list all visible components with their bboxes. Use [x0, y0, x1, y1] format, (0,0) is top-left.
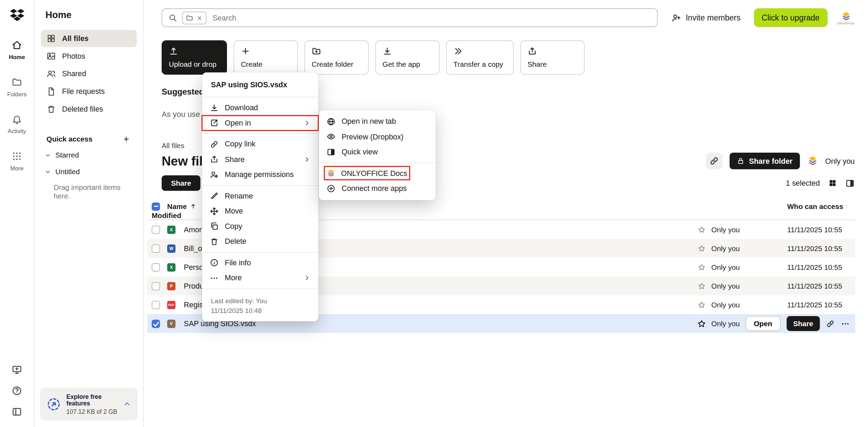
- action-label: Get the app: [382, 60, 420, 69]
- row-checkbox[interactable]: [152, 282, 160, 290]
- row-checkbox[interactable]: [152, 300, 160, 309]
- menu-item-more[interactable]: More: [202, 271, 318, 286]
- sidebar-group-starred[interactable]: Starred: [41, 148, 137, 162]
- onlyoffice-label: ONLYOFFICE: [837, 22, 855, 25]
- group-label: Starred: [55, 151, 79, 159]
- menu-item-manage-permissions[interactable]: Manage permissions: [202, 167, 318, 182]
- search-input[interactable]: [212, 13, 651, 22]
- row-checkbox[interactable]: [152, 263, 160, 271]
- submenu-item-preview-dropbox[interactable]: Preview (Dropbox): [319, 129, 436, 144]
- star-icon[interactable]: [697, 300, 705, 309]
- storage-card[interactable]: Explore free features 107.12 KB of 2 GB: [40, 388, 138, 420]
- row-checkbox[interactable]: [152, 320, 160, 328]
- invite-members-button[interactable]: Invite members: [668, 13, 744, 23]
- menu-item-file-info[interactable]: File info: [202, 255, 318, 271]
- column-header-modified[interactable]: Modified: [152, 211, 167, 219]
- share-selection-button[interactable]: Share: [161, 175, 200, 191]
- share-action-button[interactable]: Share: [520, 40, 585, 75]
- split-view-button[interactable]: [845, 178, 855, 188]
- page-title: New fil: [161, 153, 203, 168]
- menu-item-open-in[interactable]: Open in: [202, 115, 318, 131]
- grid-dots-icon: [11, 151, 22, 161]
- menu-item-copy-link[interactable]: Copy link: [202, 137, 318, 152]
- upload-or-drop-button[interactable]: Upload or drop: [161, 40, 227, 75]
- grid-view-button[interactable]: [828, 179, 837, 187]
- share-folder-button[interactable]: Share folder: [729, 153, 800, 169]
- last-edited-info: Last edited by: You 11/11/2025 10:48: [202, 292, 318, 317]
- trash-icon: [47, 105, 56, 114]
- star-icon[interactable]: [697, 319, 706, 328]
- upload-icon: [169, 47, 178, 56]
- folder-access-label: Only you: [825, 157, 855, 165]
- create-button[interactable]: Create: [234, 40, 298, 75]
- chevron-up-icon[interactable]: [123, 400, 131, 408]
- upgrade-button[interactable]: Click to upgrade: [754, 8, 827, 27]
- sidebar-item-photos[interactable]: Photos: [41, 48, 137, 65]
- chevron-right-icon: [303, 119, 311, 127]
- rail-item-home[interactable]: Home: [0, 40, 34, 61]
- modified-date: 11/11/2025 10:55: [787, 225, 850, 234]
- more-options-button[interactable]: [841, 319, 850, 328]
- transfer-icon: [453, 47, 463, 56]
- star-icon[interactable]: [697, 282, 705, 290]
- menu-item-rename[interactable]: Rename: [202, 188, 318, 204]
- submenu-item-open-in-new-tab[interactable]: Open in new tab: [319, 114, 436, 129]
- action-label: Create: [241, 60, 262, 69]
- sidebar-item-label: Photos: [62, 52, 85, 61]
- select-all-checkbox[interactable]: [152, 202, 160, 210]
- home-icon: [11, 40, 22, 50]
- menu-item-move[interactable]: Move: [202, 203, 318, 219]
- dropbox-app: Home Folders Activity More Home: [0, 0, 868, 427]
- divider: [202, 133, 318, 134]
- topbar: Invite members Click to upgrade ONLYOFFI…: [161, 8, 854, 27]
- dropbox-logo-icon[interactable]: [10, 9, 24, 22]
- copy-folder-link-button[interactable]: [706, 153, 723, 169]
- sidebar-item-label: File requests: [62, 87, 105, 96]
- row-share-button[interactable]: Share: [787, 316, 820, 331]
- star-icon[interactable]: [697, 225, 705, 234]
- menu-item-delete[interactable]: Delete: [202, 234, 318, 249]
- excel-file-icon: X: [167, 263, 175, 271]
- photos-icon: [47, 51, 56, 61]
- menu-item-share[interactable]: Share: [202, 152, 318, 167]
- star-icon[interactable]: [697, 263, 705, 271]
- collapse-panel-icon[interactable]: [11, 406, 22, 417]
- sidebar-item-label: Deleted files: [62, 105, 103, 113]
- modified-date: 11/11/2025 10:55: [787, 263, 850, 271]
- submenu-item-connect-more-apps[interactable]: Connect more apps: [319, 181, 436, 196]
- menu-item-download[interactable]: Download: [202, 100, 318, 115]
- submenu-item-quick-view[interactable]: Quick view: [319, 144, 436, 160]
- sidebar-item-all-files[interactable]: All files: [41, 30, 137, 47]
- sidebar-group-untitled[interactable]: Untitled: [41, 164, 137, 178]
- quick-access-add-button[interactable]: +: [121, 133, 131, 145]
- rail-item-activity[interactable]: Activity: [0, 114, 34, 135]
- get-the-app-button[interactable]: Get the app: [375, 40, 440, 75]
- submenu-item-onlyoffice-docs[interactable]: ONLYOFFICE Docs: [319, 166, 436, 181]
- sidebar-item-shared[interactable]: Shared: [41, 65, 137, 82]
- divider: [202, 288, 318, 289]
- column-header-access[interactable]: Who can access: [787, 202, 850, 210]
- rail-item-folders[interactable]: Folders: [0, 77, 34, 97]
- onlyoffice-extension[interactable]: ONLYOFFICE: [837, 11, 855, 25]
- menu-item-copy[interactable]: Copy: [202, 219, 318, 234]
- bell-icon: [11, 114, 22, 124]
- context-menu-title: SAP using SIOS.vsdx: [202, 76, 318, 94]
- row-checkbox[interactable]: [152, 225, 160, 234]
- star-icon[interactable]: [697, 244, 705, 252]
- get-app-icon[interactable]: [11, 364, 22, 375]
- rail-item-more[interactable]: More: [0, 151, 34, 171]
- sidebar-item-file-requests[interactable]: File requests: [41, 83, 137, 100]
- search-filter-chip[interactable]: [182, 11, 206, 24]
- who-can-access: Only you: [711, 300, 787, 309]
- create-folder-button[interactable]: Create folder: [305, 40, 369, 75]
- help-icon[interactable]: [11, 386, 22, 396]
- sidebar-item-deleted-files[interactable]: Deleted files: [41, 100, 137, 118]
- search-bar[interactable]: [161, 8, 657, 27]
- transfer-a-copy-button[interactable]: Transfer a copy: [446, 40, 514, 75]
- onlyoffice-icon[interactable]: [807, 155, 818, 167]
- close-icon[interactable]: [197, 15, 203, 21]
- who-can-access: Only you: [711, 263, 787, 271]
- open-button[interactable]: Open: [745, 316, 781, 331]
- copy-link-button[interactable]: [826, 319, 835, 328]
- row-checkbox[interactable]: [152, 244, 160, 252]
